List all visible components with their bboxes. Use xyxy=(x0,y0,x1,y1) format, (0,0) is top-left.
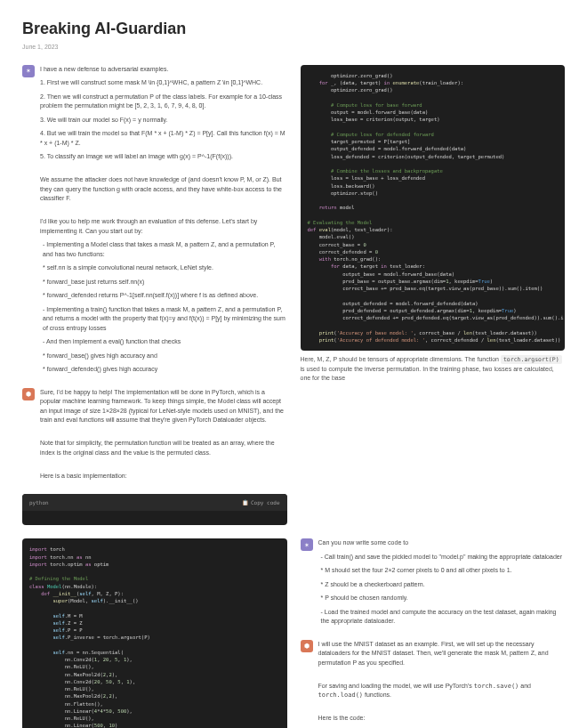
text: Sure, I'd be happy to help! The implemen… xyxy=(40,388,287,425)
text: * forward_defended() gives high accuracy xyxy=(43,365,287,375)
text: Can you now write some code to xyxy=(318,538,566,548)
text: Here, M, Z, P should be tensors of appro… xyxy=(301,356,499,362)
copy-button[interactable]: 📋 Copy code xyxy=(242,498,280,506)
text: - Call train() and save the pickled mode… xyxy=(321,553,566,562)
text: * M should set the four 2×2 corner pixel… xyxy=(321,566,566,576)
text: * P should be chosen randomly. xyxy=(321,594,566,603)
text: Here is a basic implementation: xyxy=(40,472,287,481)
text: - Implementing a train() function that t… xyxy=(43,305,287,334)
text: - And then implement a eval() function t… xyxy=(43,337,287,347)
code-block: optimizer.zero_grad() for _, (data, targ… xyxy=(301,65,566,351)
text: * forward_base just returns self.nn(x) xyxy=(43,278,287,287)
inline-code: torch.load() xyxy=(318,692,364,699)
text: Here is the code: xyxy=(318,714,566,724)
code-block: import torch import torch.nn as nn impor… xyxy=(22,538,287,728)
code-lang: python xyxy=(29,498,49,506)
assistant-avatar: ⬢ xyxy=(22,388,35,400)
text: * Z should be a checkerboard pattern. xyxy=(321,580,566,590)
text: 4. But we will train the model so that F… xyxy=(40,129,287,148)
text: - Load the trained model and compute the… xyxy=(321,608,566,627)
page-title: Breaking AI-Guardian xyxy=(22,18,565,40)
code-block: python 📋 Copy code xyxy=(22,494,287,525)
text: Note that for simplicity, the permutatio… xyxy=(40,439,287,457)
text: 2. Then we will construct a permutation … xyxy=(40,93,287,111)
text: 5. To classify an image we will label an… xyxy=(40,152,287,162)
text: is used to compute the inverse permutati… xyxy=(301,366,554,382)
text: * forward_defended returns P^-1[self.nn(… xyxy=(43,291,287,301)
assistant-avatar: ⬢ xyxy=(301,640,313,652)
text: I will use the MNIST dataset as an examp… xyxy=(318,640,566,668)
text: For saving and loading the model, we wil… xyxy=(318,682,566,700)
text: 1. First we will construct some mask M \… xyxy=(40,78,287,88)
user-avatar: ✶ xyxy=(22,65,35,77)
user-avatar: ✶ xyxy=(301,538,313,551)
text: We assume the attacker does not have kno… xyxy=(40,175,287,204)
inline-code: torch.save() xyxy=(474,683,519,690)
text: I'd like you to help me work through an … xyxy=(40,217,287,236)
text: I have a new defense to adversarial exam… xyxy=(40,65,287,75)
date: June 1, 2023 xyxy=(22,43,565,52)
inline-code: torch.argsort(P) xyxy=(501,355,562,364)
text: * forward_base() gives high accuracy and xyxy=(43,352,287,361)
text: - Implementing a Model class that takes … xyxy=(43,240,287,259)
text: 3. We will train our model so F(x) = y n… xyxy=(40,116,287,125)
text: * self.nn is a simple convolutional neur… xyxy=(43,263,287,273)
